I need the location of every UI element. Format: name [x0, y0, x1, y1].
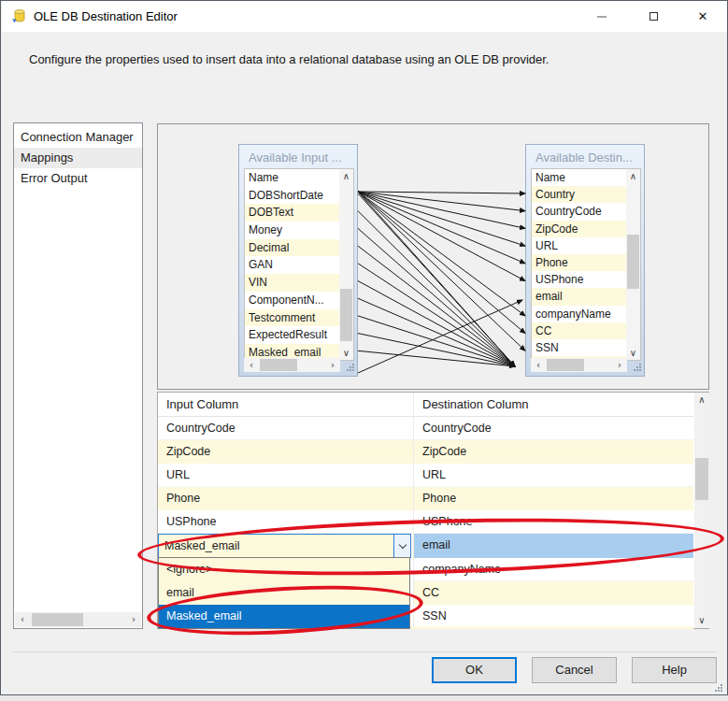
scroll-down-icon[interactable]: ∨ — [694, 613, 709, 628]
grid-cell-input[interactable]: ZipCode — [158, 440, 413, 464]
scrollbar-thumb[interactable] — [695, 458, 708, 500]
close-icon: ✕ — [698, 9, 708, 23]
database-icon — [11, 8, 28, 25]
scrollbar-thumb[interactable] — [32, 613, 83, 626]
dropdown-option-ignore[interactable]: <ignore> — [159, 558, 409, 581]
grid-cell-destination[interactable]: Phone — [414, 487, 693, 510]
dropdown-editor-value: Masked_email — [159, 535, 393, 557]
mapping-diagram-panel: Available Input ... Name DOBShortDate DO… — [157, 123, 709, 390]
footer-divider — [13, 651, 717, 652]
selected-destination-cell[interactable]: email — [414, 534, 693, 558]
input-column-dropdown-list: <ignore> email Masked_email — [158, 557, 410, 629]
dialog-description: Configure the properties used to insert … — [29, 52, 549, 66]
maximize-button[interactable] — [637, 1, 669, 32]
grid-cell-destination[interactable]: SSN — [414, 605, 693, 628]
window-title: OLE DB Destination Editor — [34, 9, 178, 23]
sidebar-item-connection-manager[interactable]: Connection Manager — [14, 127, 142, 148]
mapping-lines — [158, 124, 710, 391]
titlebar: OLE DB Destination Editor ✕ — [2, 1, 727, 32]
column-header-destination[interactable]: Destination Column — [414, 393, 693, 417]
grid-cell-destination[interactable]: CC — [414, 581, 693, 605]
sidebar-item-mappings[interactable]: Mappings — [14, 148, 142, 168]
chevron-down-icon — [398, 540, 406, 548]
sidebar-horizontal-scrollbar[interactable]: ‹ › — [15, 612, 141, 627]
cancel-button[interactable]: Cancel — [532, 657, 617, 683]
column-header-input[interactable]: Input Column — [158, 393, 413, 417]
dropdown-open-button[interactable] — [393, 535, 410, 557]
close-button[interactable]: ✕ — [687, 1, 719, 32]
page-list: Connection Manager Mappings Error Output… — [13, 122, 143, 629]
grid-cell-input[interactable]: Phone — [158, 487, 413, 510]
ok-button[interactable]: OK — [432, 657, 517, 683]
grid-cell-destination[interactable]: companyName — [414, 558, 693, 581]
grid-cell-destination[interactable]: URL — [414, 464, 693, 487]
grid-cell-destination[interactable]: ZipCode — [414, 440, 693, 464]
grid-vertical-scrollbar[interactable]: ∧ ∨ — [694, 393, 709, 628]
grid-cell-destination[interactable]: USPhone — [414, 510, 693, 534]
scroll-right-icon[interactable]: › — [126, 612, 141, 627]
input-column-dropdown-editor[interactable]: Masked_email — [158, 534, 411, 558]
minimize-icon — [597, 16, 607, 18]
minimize-button[interactable] — [586, 1, 618, 32]
scroll-left-icon[interactable]: ‹ — [15, 612, 30, 627]
ole-db-destination-editor-window: OLE DB Destination Editor ✕ Configure th… — [0, 0, 728, 695]
scroll-up-icon[interactable]: ∧ — [694, 393, 709, 408]
grid-cell-input[interactable]: URL — [158, 464, 413, 487]
sidebar-item-error-output[interactable]: Error Output — [14, 168, 142, 189]
grid-cell-input[interactable]: USPhone — [158, 510, 413, 534]
maximize-icon — [649, 12, 658, 21]
dropdown-option-email[interactable]: email — [159, 581, 409, 605]
grid-cell-destination[interactable]: CountryCode — [414, 417, 693, 440]
help-button[interactable]: Help — [632, 657, 717, 683]
resize-grip-icon[interactable] — [721, 690, 722, 692]
dropdown-option-masked-email[interactable]: Masked_email — [159, 605, 409, 628]
grid-cell-input[interactable]: CountryCode — [158, 417, 413, 440]
